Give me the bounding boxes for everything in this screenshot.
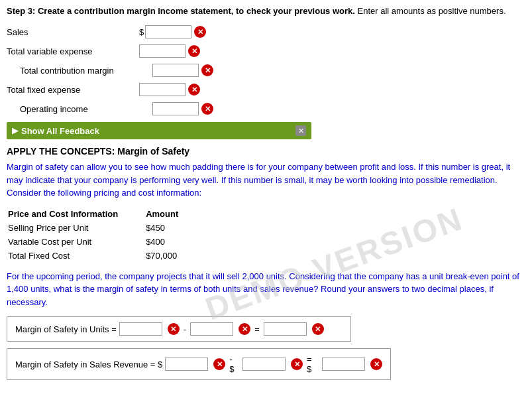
concepts-title: APPLY THE CONCEPTS: Margin of Safety xyxy=(7,146,525,157)
operating-income-error-icon[interactable]: ✕ xyxy=(201,103,213,115)
table-cell-label: Variable Cost per Unit xyxy=(8,235,144,248)
margin-revenue-input1[interactable] xyxy=(165,358,208,371)
minus-operator: - xyxy=(184,324,186,334)
margin-revenue-result[interactable] xyxy=(322,358,365,371)
total-contribution-margin-row: Total contribution margin ✕ xyxy=(7,62,525,78)
step-header-normal: Enter all amounts as positive numbers. xyxy=(355,6,506,16)
margin-units-error1[interactable]: ✕ xyxy=(168,323,180,335)
table-row: Variable Cost per Unit $400 xyxy=(8,235,205,248)
margin-revenue-label: Margin of Safety in Sales Revenue = $ xyxy=(15,360,162,369)
total-fixed-expense-input[interactable] xyxy=(139,83,186,96)
table-header-info: Price and Cost Information xyxy=(8,208,144,220)
margin-units-result[interactable] xyxy=(264,322,307,336)
table-cell-value: $400 xyxy=(146,235,205,248)
margin-units-input1[interactable] xyxy=(119,322,162,336)
table-row: Total Fixed Cost $70,000 xyxy=(8,249,205,262)
step-header-bold: Step 3: Create a contribution margin inc… xyxy=(7,6,355,16)
concepts-para: For the upcoming period, the company pro… xyxy=(7,270,525,309)
margin-units-label: Margin of Safety in Units = xyxy=(15,324,117,334)
feedback-arrow-icon: ▶ xyxy=(12,126,18,135)
income-statement-form: Sales $ ✕ Total variable expense ✕ Total… xyxy=(7,24,525,117)
sales-dollar: $ xyxy=(139,27,144,37)
total-contribution-margin-label: Total contribution margin xyxy=(20,66,152,76)
margin-revenue-error3[interactable]: ✕ xyxy=(370,358,382,370)
margin-units-error3[interactable]: ✕ xyxy=(312,323,324,335)
feedback-bar-label: Show All Feedback xyxy=(21,126,99,136)
sales-error-icon[interactable]: ✕ xyxy=(194,26,206,38)
sales-label: Sales xyxy=(7,27,139,37)
equals-operator: = xyxy=(254,324,260,334)
total-contribution-margin-error-icon[interactable]: ✕ xyxy=(201,64,213,76)
table-cell-value: $70,000 xyxy=(146,249,205,262)
table-header-amount: Amount xyxy=(146,208,205,220)
total-variable-expense-label: Total variable expense xyxy=(7,46,139,56)
total-fixed-expense-error-icon[interactable]: ✕ xyxy=(188,84,200,96)
price-cost-table: Price and Cost Information Amount Sellin… xyxy=(7,206,206,263)
total-contribution-margin-input[interactable] xyxy=(152,64,199,77)
minus-operator2: - $ xyxy=(229,354,239,374)
margin-revenue-error2[interactable]: ✕ xyxy=(291,358,303,370)
equals-operator2: = $ xyxy=(307,354,318,374)
margin-units-input2[interactable] xyxy=(190,322,233,336)
concepts-description: Margin of safety can allow you to see ho… xyxy=(7,161,525,200)
margin-revenue-error1[interactable]: ✕ xyxy=(213,358,225,370)
table-row: Selling Price per Unit $450 xyxy=(8,222,205,234)
show-all-feedback-bar[interactable]: ▶ Show All Feedback ✕ xyxy=(7,122,311,139)
margin-units-box: Margin of Safety in Units = ✕ - ✕ = ✕ xyxy=(7,316,351,342)
operating-income-label: Operating income xyxy=(20,104,152,114)
total-variable-expense-error-icon[interactable]: ✕ xyxy=(188,45,200,57)
total-variable-expense-row: Total variable expense ✕ xyxy=(7,43,525,59)
table-cell-label: Total Fixed Cost xyxy=(8,249,144,262)
margin-units-error2[interactable]: ✕ xyxy=(239,323,250,335)
operating-income-input[interactable] xyxy=(152,102,199,115)
table-cell-label: Selling Price per Unit xyxy=(8,222,144,234)
concepts-section: APPLY THE CONCEPTS: Margin of Safety Mar… xyxy=(7,146,525,380)
sales-input[interactable] xyxy=(145,25,191,38)
sales-row: Sales $ ✕ xyxy=(7,24,525,40)
main-container: Step 3: Create a contribution margin inc… xyxy=(0,0,532,385)
step-header: Step 3: Create a contribution margin inc… xyxy=(7,5,525,17)
feedback-close-button[interactable]: ✕ xyxy=(295,125,306,136)
margin-revenue-input2[interactable] xyxy=(242,358,286,371)
table-cell-value: $450 xyxy=(146,222,205,234)
operating-income-row: Operating income ✕ xyxy=(7,101,525,117)
margin-revenue-box: Margin of Safety in Sales Revenue = $ ✕ … xyxy=(7,348,391,380)
total-variable-expense-input[interactable] xyxy=(139,44,186,58)
total-fixed-expense-label: Total fixed expense xyxy=(7,85,139,95)
total-fixed-expense-row: Total fixed expense ✕ xyxy=(7,82,525,98)
